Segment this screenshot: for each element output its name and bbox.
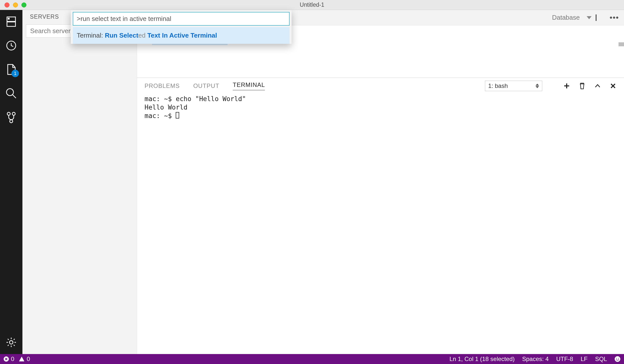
svg-point-15 <box>618 358 619 359</box>
source-control-icon[interactable] <box>5 112 17 123</box>
palette-match-2: Text In Active Terminal <box>147 32 217 39</box>
status-selection[interactable]: Ln 1, Col 1 (18 selected) <box>450 356 515 363</box>
terminal-body[interactable]: mac: ~$ echo "Hello World" Hello World m… <box>137 94 624 354</box>
maximize-panel-button[interactable] <box>594 82 601 89</box>
terminal-actions <box>563 82 617 89</box>
status-encoding[interactable]: UTF-8 <box>556 356 573 363</box>
stepper-icon <box>536 84 539 88</box>
workspace: 1 SERVERS Database ••• <box>0 10 624 354</box>
status-language[interactable]: SQL <box>595 356 607 363</box>
tab-problems[interactable]: PROBLEMS <box>145 82 180 89</box>
command-palette-input[interactable] <box>73 12 290 26</box>
editor-more-button[interactable]: ••• <box>610 13 619 22</box>
explorer-icon[interactable]: 1 <box>5 64 17 75</box>
minimap-highlight <box>619 42 624 46</box>
terminal-selector-label: 1: bash <box>488 82 508 89</box>
svg-point-14 <box>616 358 617 359</box>
status-warnings-count: 0 <box>27 356 30 363</box>
servers-icon[interactable] <box>5 16 17 27</box>
activity-bar: 1 <box>0 10 22 354</box>
close-panel-button[interactable] <box>610 82 617 89</box>
editor-column: Database ••• Explain 1 echo "Hello world… <box>137 10 624 354</box>
explorer-badge: 1 <box>11 70 19 77</box>
terminal-line: Hello World <box>145 103 617 112</box>
status-warnings[interactable]: 0 <box>19 356 30 363</box>
svg-point-4 <box>6 89 13 96</box>
terminal-selector[interactable]: 1: bash <box>485 81 542 91</box>
palette-prefix: Terminal: <box>77 32 105 39</box>
terminal-line: mac: ~$ <box>145 112 617 120</box>
settings-gear-icon[interactable] <box>5 337 17 348</box>
svg-rect-2 <box>8 18 9 19</box>
command-palette-item[interactable]: Terminal: Run Selected Text In Active Te… <box>73 27 290 44</box>
chevron-down-icon <box>587 16 592 19</box>
side-panel: SERVERS <box>22 10 137 354</box>
status-bar: 0 0 Ln 1, Col 1 (18 selected) Spaces: 4 … <box>0 354 624 364</box>
palette-dim: ed <box>138 32 147 39</box>
window-title: Untitled-1 <box>0 1 624 8</box>
svg-point-8 <box>9 341 13 344</box>
status-indentation[interactable]: Spaces: 4 <box>522 356 549 363</box>
command-palette: Terminal: Run Selected Text In Active Te… <box>71 10 292 44</box>
database-picker[interactable]: Database <box>549 12 594 23</box>
panel-tabs: PROBLEMS OUTPUT TERMINAL 1: bash <box>137 78 624 94</box>
tab-divider <box>596 14 597 21</box>
database-picker-label: Database <box>552 14 580 21</box>
titlebar: Untitled-1 <box>0 0 624 10</box>
svg-rect-1 <box>7 22 15 26</box>
kill-terminal-button[interactable] <box>579 82 586 89</box>
svg-point-7 <box>10 120 13 123</box>
tab-output[interactable]: OUTPUT <box>193 82 219 89</box>
search-icon[interactable] <box>5 88 17 99</box>
palette-match-1: Run Select <box>105 32 138 39</box>
status-eol[interactable]: LF <box>581 356 588 363</box>
bottom-panel: PROBLEMS OUTPUT TERMINAL 1: bash <box>137 78 624 354</box>
svg-point-5 <box>7 112 10 115</box>
terminal-cursor <box>176 112 179 119</box>
svg-point-6 <box>12 112 15 115</box>
status-errors[interactable]: 0 <box>3 356 14 363</box>
new-terminal-button[interactable] <box>563 82 570 89</box>
status-errors-count: 0 <box>11 356 14 363</box>
terminal-line: mac: ~$ echo "Hello World" <box>145 95 617 103</box>
svg-point-13 <box>615 356 620 362</box>
feedback-smiley-icon[interactable] <box>615 356 621 362</box>
history-icon[interactable] <box>5 40 17 51</box>
tab-terminal[interactable]: TERMINAL <box>233 81 265 90</box>
